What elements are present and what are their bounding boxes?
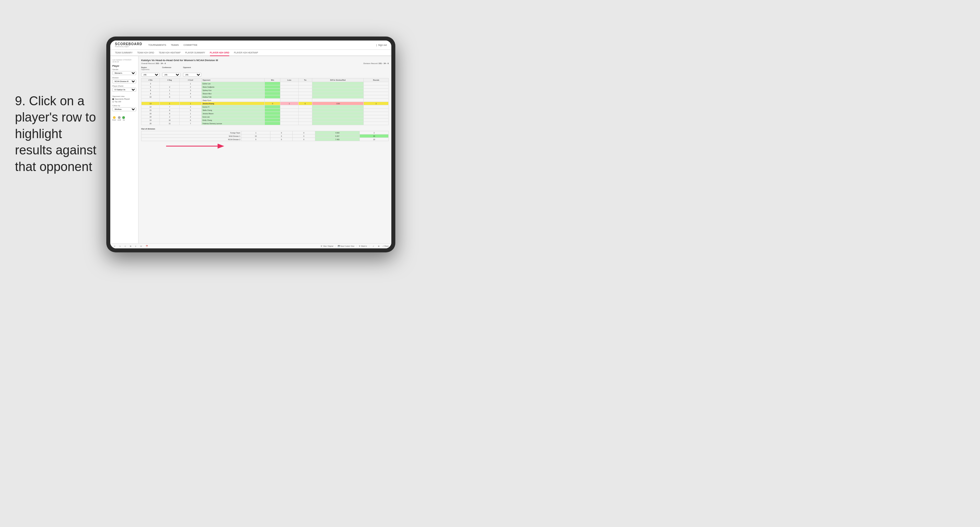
cell-diff (312, 115, 364, 119)
toolbar-redo[interactable]: ↪ (118, 245, 122, 248)
filter-row: Region Opponents: (All) Conference (All) (141, 67, 389, 77)
toolbar-watch[interactable]: 👁 Watch ▾ (359, 245, 367, 247)
cell-opponent: Jessica Huang (201, 102, 265, 105)
cell-tie (298, 115, 312, 119)
tab-player-h2h-heatmap[interactable]: PLAYER H2H HEATMAP (234, 50, 258, 56)
cell-tie: 0 (298, 102, 312, 105)
cell-conf: 5 (180, 109, 202, 112)
cell-reg: 1 (160, 102, 180, 105)
toolbar-clock[interactable]: ⏰ (145, 245, 149, 248)
opponent-filter-group: Opponent (All) (183, 67, 201, 77)
nav-links: TOURNAMENTS TEAMS COMMITTEE (148, 43, 197, 47)
toolbar-more[interactable]: ••• (139, 245, 143, 248)
cell-loss (280, 89, 298, 92)
ood-row[interactable]: Foreign Team 1 0 0 4.500 2 (142, 131, 389, 135)
legend-up: Up (122, 116, 125, 121)
cell-opponent: Euna Lee (201, 115, 265, 119)
ood-row[interactable]: NAIA Division 1 15 0 0 9.267 30 (142, 135, 389, 138)
tab-team-summary[interactable]: TEAM SUMMARY (115, 50, 132, 56)
nav-link-teams[interactable]: TEAMS (171, 43, 179, 47)
cell-rounds (364, 112, 389, 115)
cell-loss (280, 95, 298, 98)
cell-diff (312, 92, 364, 95)
cell-loss (280, 92, 298, 95)
cell-rounds (364, 82, 389, 85)
table-row[interactable]: 3 1 Esther Lee (142, 82, 389, 85)
toolbar-undo2[interactable]: ↩ (124, 245, 127, 248)
sidebar-opponent-view-section: Opponent view Opponents Played Top 100 (112, 95, 136, 103)
nav-link-tournaments[interactable]: TOURNAMENTS (148, 43, 166, 47)
ood-label: NAIA Division 1 (142, 135, 242, 138)
toolbar-save-custom[interactable]: 💾 Save Custom View (338, 245, 355, 247)
tab-player-summary[interactable]: PLAYER SUMMARY (185, 50, 205, 56)
ood-loss: 0 (270, 135, 292, 138)
region-filter-select[interactable]: (All) (141, 73, 159, 77)
ood-table: Foreign Team 1 0 0 4.500 2 NAIA Division… (141, 131, 389, 141)
cell-loss (280, 119, 298, 122)
sidebar-colour-label: Colour by (112, 105, 136, 106)
conference-filter-select[interactable]: (All) (162, 73, 180, 77)
radio-top100[interactable]: Top 100 (112, 101, 136, 103)
cell-win (265, 92, 280, 95)
legend-up-label: Up (123, 119, 124, 121)
ood-tie: 0 (293, 138, 315, 141)
ood-diff: 4.500 (315, 131, 360, 135)
table-row[interactable]: 6 1 3 Sydney Kuo (142, 89, 389, 92)
bottom-toolbar: ↩ ↪ ↩ ⊞ ≡ ••• ⏰ 👁 View: Original | 💾 Sav… (110, 243, 391, 248)
table-row[interactable]: Haejo Hyun (142, 98, 389, 102)
toolbar-resize[interactable]: ⤢ (372, 245, 375, 248)
table-row-selected[interactable]: 13 1 1 Jessica Huang 0 1 0 -3.00 2 (142, 102, 389, 105)
cell-div: 3 (142, 82, 160, 85)
cell-rounds (364, 89, 389, 92)
table-row[interactable]: 20 11 7 Federica Domecq Lacroze (142, 122, 389, 125)
table-row[interactable]: 15 8 5 Stella Cheng (142, 109, 389, 112)
sign-out-link[interactable]: Sign out (378, 43, 387, 47)
cell-loss (280, 115, 298, 119)
conference-spacer (162, 68, 180, 70)
sidebar-gender-select[interactable]: Women's (112, 71, 136, 75)
ood-row[interactable]: NCAA Division 2 5 0 0 7.400 10 (142, 138, 389, 141)
cell-tie (298, 89, 312, 92)
legend-down-dot (113, 116, 116, 119)
nav-separator: | (376, 44, 377, 46)
cell-diff: -3.00 (312, 102, 364, 105)
sidebar-colour-select[interactable]: Win/loss (112, 107, 136, 111)
toolbar-undo[interactable]: ↩ (113, 245, 116, 248)
watch-icon: 👁 (359, 245, 360, 247)
table-row[interactable]: 16 9 1 Jessica Mason (142, 112, 389, 115)
header-opponent: Opponent (201, 78, 265, 82)
table-row[interactable]: 5 2 2 Alexis Sudjianto (142, 85, 389, 89)
opponents-label: Opponents: (141, 68, 159, 70)
cell-loss: 1 (280, 102, 298, 105)
tab-player-h2h-grid[interactable]: PLAYER H2H GRID (210, 50, 229, 56)
toolbar-grid[interactable]: ⊞ (129, 245, 132, 248)
share-icon: ↗ (382, 245, 384, 247)
main-content: Last Updated: 27/03/2024 16:55:28 Player… (110, 56, 391, 243)
header-diff: Diff Av Strokes/Rnd (312, 78, 364, 82)
nav-link-committee[interactable]: COMMITTEE (183, 43, 197, 47)
radio-dot-selected (112, 98, 114, 100)
toolbar-view-original[interactable]: 👁 View: Original (321, 245, 333, 247)
cell-opponent: Alexis Sudjianto (201, 85, 265, 89)
sidebar-division-select[interactable]: NCAA Division III (112, 79, 136, 83)
table-row[interactable]: 14 7 4 Eunice Yi (142, 105, 389, 109)
table-row[interactable]: 18 2 2 Euna Lee (142, 115, 389, 119)
table-row[interactable]: 19 10 6 Emily Chang (142, 119, 389, 122)
sidebar-player-rank-select[interactable]: 8. Katelyn Vo (112, 88, 136, 92)
cell-div: 10 (142, 95, 160, 98)
cell-reg: 10 (160, 119, 180, 122)
table-row[interactable]: 10 6 3 Andrea York (142, 95, 389, 98)
tab-team-h2h-heatmap[interactable]: TEAM H2H HEATMAP (159, 50, 181, 56)
cell-rounds (364, 105, 389, 109)
toolbar-menu[interactable]: ≡ (134, 245, 137, 248)
tab-team-h2h-grid[interactable]: TEAM H2H GRID (137, 50, 154, 56)
cell-tie (298, 85, 312, 89)
logo-subtitle: Powered by clippd (115, 46, 142, 48)
toolbar-grid2[interactable]: ⊞ (377, 245, 380, 248)
toolbar-share[interactable]: ↗ Share (382, 245, 389, 247)
cell-opponent: Andrea York (201, 95, 265, 98)
table-row[interactable]: 9 1 4 Sharon Mun (142, 92, 389, 95)
radio-opponents-played[interactable]: Opponents Played (112, 98, 136, 100)
nav-right: | Sign out (376, 43, 387, 47)
opponent-filter-select[interactable]: (All) (183, 73, 201, 77)
